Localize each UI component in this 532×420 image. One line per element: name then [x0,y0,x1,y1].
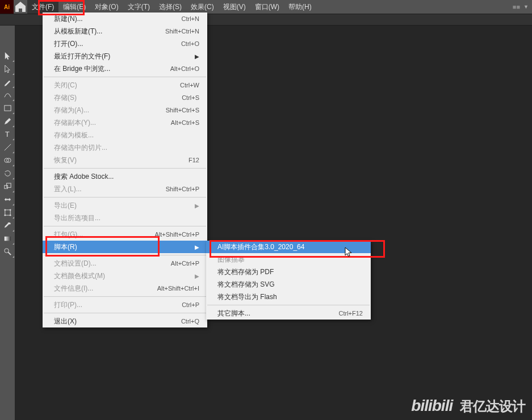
file-menu-item-label: 在 Bridge 中浏览... [54,64,170,74]
file-menu-item-24: 文档颜色模式(M)▶ [43,270,207,282]
pen-tool[interactable] [0,75,15,89]
svg-line-2 [4,144,10,150]
file-menu-item-18: 导出所选项目... [43,212,207,224]
scale-tool[interactable] [0,180,15,193]
script-submenu-item-label: AI脚本插件合集3.0_2020_64 [217,242,363,252]
script-submenu-item-shortcut: Ctrl+F12 [339,310,363,317]
svg-rect-5 [4,186,7,189]
script-submenu-item-6[interactable]: 其它脚本...Ctrl+F12 [206,307,371,320]
script-submenu-item-4[interactable]: 将文档导出为 Flash [206,291,371,303]
file-menu-separator [44,168,206,169]
file-menu-item-12: 恢复(V)F12 [43,154,207,166]
chevron-right-icon: ▶ [195,53,199,60]
menubar-window[interactable]: 窗口(W) [250,0,284,14]
file-menu-item-shortcut: Shift+Ctrl+N [165,28,199,35]
watermark: bilibili 君亿达设计 [411,397,525,415]
file-menu-item-29[interactable]: 退出(X)Ctrl+Q [43,315,207,327]
selection-tool[interactable] [0,49,15,62]
script-submenu-item-3[interactable]: 将文档存储为 SVG [206,278,371,291]
file-menu-item-14[interactable]: 搜索 Adobe Stock... [43,170,207,183]
file-menu-item-shortcut: Alt+Shift+Ctrl+P [154,231,199,238]
script-submenu-separator [207,305,370,305]
paintbrush-tool[interactable] [0,115,15,128]
shape-builder-tool[interactable] [0,154,15,167]
file-menu-item-17: 导出(E)▶ [43,199,207,212]
file-menu-item-label: 新建(N)... [54,14,182,24]
file-menu-item-label: 关闭(C) [54,81,180,90]
svg-rect-12 [4,237,10,241]
script-submenu-item-0[interactable]: AI脚本插件合集3.0_2020_64 [206,241,371,253]
file-menu-dropdown: 新建(N)...Ctrl+N从模板新建(T)...Shift+Ctrl+N打开(… [43,12,207,327]
file-menu-item-shortcut: Ctrl+Q [181,318,199,325]
file-menu-item-label: 文件信息(I)... [54,284,157,293]
file-menu-item-label: 打包(G)... [54,230,154,240]
file-menu-separator [44,313,206,313]
svg-point-11 [9,215,11,216]
gradient-tool[interactable] [0,232,15,245]
file-menu-item-15: 置入(L)...Shift+Ctrl+P [43,183,207,195]
file-menu-item-shortcut: Ctrl+O [181,40,199,47]
file-menu-item-label: 文档颜色模式(M) [54,271,195,281]
file-menu-item-1[interactable]: 从模板新建(T)...Shift+Ctrl+N [43,25,207,37]
file-menu-item-2[interactable]: 打开(O)...Ctrl+O [43,37,207,50]
zoom-tool[interactable] [0,245,15,258]
free-transform-tool[interactable] [0,206,15,219]
eyedropper-tool[interactable] [0,219,15,232]
file-menu-item-4[interactable]: 在 Bridge 中浏览...Alt+Ctrl+O [43,62,207,75]
file-menu-item-6: 关闭(C)Ctrl+W [43,79,207,91]
file-menu-item-shortcut: Shift+Ctrl+P [166,186,199,192]
file-menu-item-label: 存储为模板... [54,131,199,140]
chevron-right-icon: ▶ [195,244,199,250]
file-menu-item-shortcut: Alt+Shift+Ctrl+I [157,285,199,292]
rectangle-tool[interactable] [0,102,15,115]
rotate-tool[interactable] [0,167,15,180]
line-tool[interactable] [0,141,15,154]
svg-point-10 [4,215,6,216]
menubar-file[interactable]: 文件(F) [27,0,58,14]
svg-line-14 [8,252,11,255]
file-menu-item-shortcut: Ctrl+N [182,15,199,22]
toolbox: T [0,26,15,420]
file-menu-item-shortcut: Ctrl+S [182,94,199,101]
file-menu-item-label: 置入(L)... [54,184,166,194]
menubar-help[interactable]: 帮助(H) [284,0,316,14]
width-tool[interactable] [0,193,15,206]
menubar-object[interactable]: 对象(O) [90,0,123,14]
file-menu-item-shortcut: Ctrl+W [180,82,199,89]
curvature-tool[interactable] [0,89,15,102]
direct-selection-tool[interactable] [0,62,15,75]
file-menu-item-label: 退出(X) [54,317,181,326]
menubar-type[interactable]: 文字(T) [123,0,154,14]
svg-point-9 [9,209,11,211]
file-menu-item-label: 从模板新建(T)... [54,27,165,36]
script-submenu-item-label: 将文档导出为 Flash [217,292,363,302]
file-menu-item-8: 存储为(A)...Shift+Ctrl+S [43,104,207,116]
app-ai-icon[interactable]: Ai [0,0,14,14]
file-menu-item-7: 存储(S)Ctrl+S [43,91,207,104]
file-menu-item-25: 文件信息(I)...Alt+Shift+Ctrl+I [43,282,207,295]
toolbar-extra-label: ■■ [513,3,520,10]
file-menu-item-21[interactable]: 脚本(R)▶ [43,241,207,253]
file-menu-item-shortcut: F12 [188,157,199,163]
script-submenu-item-label: 其它脚本... [217,309,339,318]
chevron-right-icon: ▶ [195,273,199,279]
script-submenu-item-1: 图像描摹 [206,253,371,266]
file-menu-item-label: 最近打开的文件(F) [54,52,195,61]
menubar-edit[interactable]: 编辑(E) [58,0,90,14]
chevron-down-icon[interactable]: ▼ [523,4,529,10]
menubar-effect[interactable]: 效果(C) [186,0,219,14]
type-tool[interactable]: T [0,128,15,141]
svg-point-13 [4,249,9,253]
script-submenu-item-2[interactable]: 将文档存储为 PDF [206,266,371,278]
svg-point-8 [4,209,6,211]
file-menu-item-label: 打印(P)... [54,300,182,310]
file-menu-item-label: 文档设置(D)... [54,259,171,268]
file-menu-item-label: 存储副本(Y)... [54,118,171,128]
file-menu-item-3[interactable]: 最近打开的文件(F)▶ [43,50,207,62]
file-menu-separator [44,77,206,77]
menubar-view[interactable]: 视图(V) [219,0,250,14]
menubar-select[interactable]: 选择(S) [154,0,186,14]
home-icon[interactable] [14,0,27,14]
file-menu-separator [44,226,206,226]
file-menu-item-0[interactable]: 新建(N)...Ctrl+N [43,12,207,25]
